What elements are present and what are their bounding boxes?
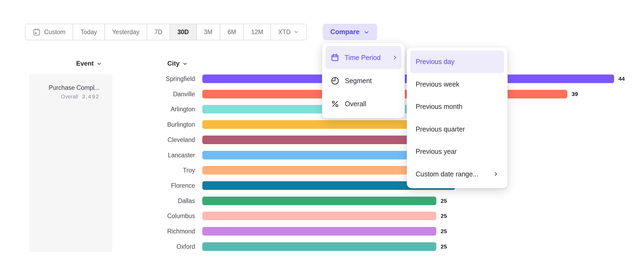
city-label-dallas: Dallas [113, 197, 195, 205]
city-label-oxford: Oxford [113, 242, 195, 251]
city-label-burlington: Burlington [113, 120, 195, 129]
city-label-troy: Troy [113, 166, 195, 175]
menu-item-label: Previous year [416, 148, 457, 155]
menu-item-previous-week[interactable]: Previous week [410, 73, 504, 96]
menu-item-label: Previous week [416, 80, 459, 88]
menu-item-label: Previous month [416, 103, 462, 111]
menu-item-label: Previous day [416, 58, 455, 66]
city-label-columbus: Columbus [113, 212, 195, 220]
menu-item-custom-date-range[interactable]: Custom date range... [410, 163, 504, 186]
city-label-springfield: Springfield [113, 74, 195, 83]
bar-richmond[interactable] [202, 227, 436, 236]
compare-menu: Time PeriodSegmentOverall [322, 42, 405, 118]
bar-oxford[interactable] [202, 242, 436, 251]
menu-item-previous-day[interactable]: Previous day [410, 51, 504, 73]
menu-item-label: Previous quarter [416, 125, 465, 133]
menu-item-label: Overall [345, 100, 366, 108]
bar-dallas[interactable] [202, 197, 436, 205]
percent-icon [331, 100, 339, 108]
city-label-richmond: Richmond [113, 227, 195, 236]
menu-item-previous-month[interactable]: Previous month [410, 95, 504, 118]
bar-value-oxford: 25 [441, 242, 447, 251]
city-label-lancaster: Lancaster [113, 151, 195, 159]
bar-value-dallas: 25 [441, 197, 447, 205]
time-period-submenu: Previous dayPrevious weekPrevious monthP… [407, 47, 508, 188]
menu-item-label: Time Period [345, 54, 381, 62]
menu-item-time-period[interactable]: Time Period [325, 46, 401, 69]
menu-item-overall[interactable]: Overall [325, 92, 401, 115]
calendar-icon [331, 54, 339, 62]
menu-item-label: Custom date range... [416, 170, 478, 178]
bar-value-richmond: 25 [441, 227, 447, 236]
menu-item-label: Segment [345, 77, 372, 85]
bar-chart: Springfield44Danville39ArlingtonBurlingt… [0, 0, 644, 270]
bar-columbus[interactable] [202, 212, 436, 220]
chevron-right-icon [493, 171, 499, 177]
city-label-danville: Danville [113, 90, 195, 98]
city-label-florence: Florence [113, 181, 195, 190]
city-label-arlington: Arlington [113, 105, 195, 113]
bar-value-columbus: 25 [441, 212, 447, 220]
bar-value-danville: 39 [572, 90, 578, 98]
city-label-cleveland: Cleveland [113, 136, 195, 144]
bar-value-springfield: 44 [618, 74, 625, 83]
menu-item-previous-quarter[interactable]: Previous quarter [410, 118, 504, 141]
segment-icon [331, 77, 339, 85]
menu-item-previous-year[interactable]: Previous year [410, 140, 504, 163]
chevron-right-icon [392, 55, 398, 61]
menu-item-segment[interactable]: Segment [325, 69, 401, 92]
